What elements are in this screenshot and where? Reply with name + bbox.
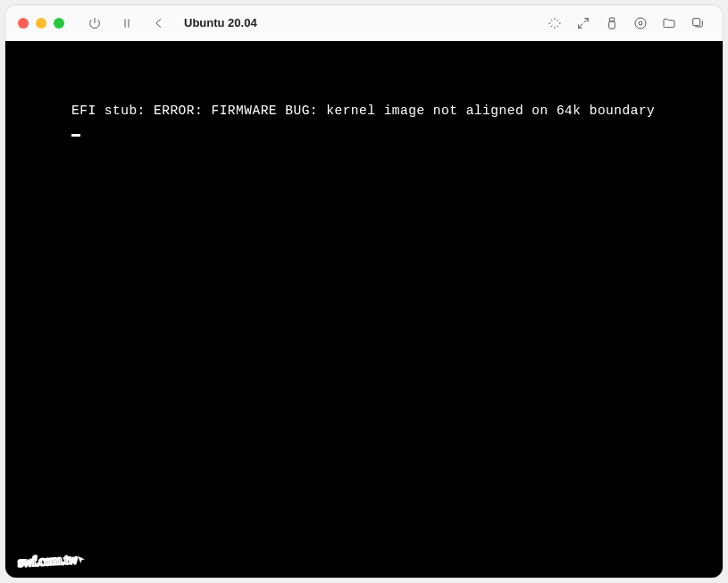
activity-button[interactable] [542,11,567,36]
windows-button[interactable] [685,11,710,36]
titlebar-left: Ubuntu 20.04 [18,11,257,36]
power-icon [88,16,102,30]
vm-window: Ubuntu 20.04 [5,5,723,578]
usb-button[interactable] [599,11,624,36]
watermark-pointer-icon [75,554,88,569]
expand-icon [576,16,590,30]
terminal-output-line: EFI stub: ERROR: FIRMWARE BUG: kernel im… [71,104,723,118]
terminal-cursor [71,134,80,137]
windows-icon [690,16,705,30]
svg-point-4 [635,18,646,29]
window-title: Ubuntu 20.04 [184,16,257,29]
activity-icon [548,16,562,30]
close-button[interactable] [18,18,29,29]
pause-button[interactable] [114,11,139,36]
back-button[interactable] [146,11,172,36]
traffic-lights [18,18,64,29]
titlebar-right [542,11,710,36]
pause-icon [120,16,134,30]
svg-rect-2 [609,18,614,21]
expand-button[interactable] [571,11,596,36]
disc-icon [633,16,648,30]
disc-button[interactable] [628,11,653,36]
power-button[interactable] [82,11,107,36]
minimize-button[interactable] [36,18,46,29]
svg-point-5 [639,21,642,25]
usb-icon [605,16,619,30]
watermark-text: swf.com.tw [18,551,78,570]
maximize-button[interactable] [54,18,64,29]
titlebar: Ubuntu 20.04 [5,5,723,41]
svg-rect-3 [609,21,615,29]
folder-button[interactable] [657,11,682,36]
folder-icon [662,16,676,30]
back-icon [152,16,166,30]
terminal-viewport[interactable]: EFI stub: ERROR: FIRMWARE BUG: kernel im… [5,41,723,578]
svg-rect-6 [693,18,700,25]
